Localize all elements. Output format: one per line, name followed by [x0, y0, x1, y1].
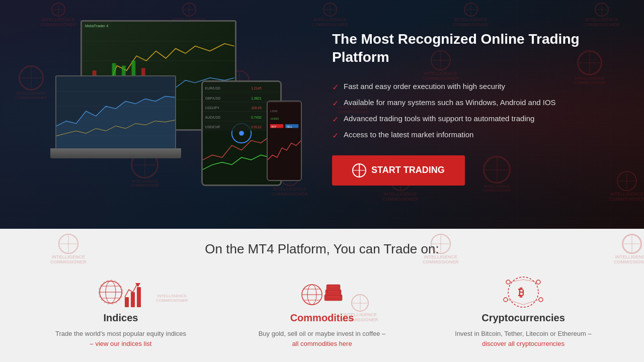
svg-text:1.2145: 1.2145 [270, 110, 278, 113]
svg-text:EUR/USD: EUR/USD [205, 86, 220, 90]
laptop-mockup [50, 75, 181, 161]
laptop-base [50, 148, 181, 158]
svg-point-66 [506, 280, 510, 284]
svg-text:0.7432: 0.7432 [251, 116, 262, 119]
commodities-icon [297, 272, 347, 312]
feature-text-2: Available for many systems such as Windo… [344, 98, 556, 107]
phone-mockup: 1.2145 +0.0023 BUY SELL [267, 101, 302, 181]
feature-item-2: ✓ Available for many systems such as Win… [332, 98, 614, 108]
check-icon-1: ✓ [332, 82, 339, 92]
svg-text:USD/JPY: USD/JPY [205, 106, 220, 110]
watermark-6: INTELLIGENCECOMMISSIONER [15, 65, 47, 101]
bottom-watermark-5: INTELLIGENCECOMMISSIONER [342, 294, 378, 323]
svg-rect-49 [131, 292, 135, 307]
indices-desc: Trade the world's most popular equity in… [50, 329, 191, 348]
svg-text:1.2145: 1.2145 [251, 86, 262, 90]
bottom-section: INTELLIGENCECOMMISSIONER INTELLIGENCECOM… [0, 229, 644, 362]
trading-cards-container: Indices Trade the world's most popular e… [0, 272, 644, 348]
hero-title: The Most Recognized Online Trading Platf… [332, 30, 614, 67]
start-trading-label: START TRADING [371, 165, 445, 175]
crypto-icon: ₿ [498, 272, 548, 312]
indices-link[interactable]: – view our indices list [90, 340, 152, 347]
svg-text:SELL: SELL [287, 126, 293, 128]
button-globe-icon [352, 163, 366, 177]
phone-screen: 1.2145 +0.0023 BUY SELL [268, 102, 301, 180]
bottom-watermark-4: INTELLIGENCECOMMISSIONER [156, 294, 188, 303]
svg-text:USD/CHF: USD/CHF [205, 125, 220, 129]
watermark-3: INTELLIGENCECOMMISSIONER [312, 3, 348, 28]
check-icon-3: ✓ [332, 115, 339, 124]
feature-text-1: Fast and easy order execution with high … [344, 82, 505, 90]
svg-text:GBP/USD: GBP/USD [205, 97, 220, 100]
svg-text:109.45: 109.45 [251, 106, 262, 110]
laptop-screen [55, 75, 176, 148]
svg-rect-50 [137, 287, 141, 307]
bottom-section-title: On the MT4 Platform, You can Trade on: [0, 229, 644, 257]
crypto-card: ₿ Cryptocurrencies Invest in Bitcoin, Te… [453, 272, 594, 348]
indices-card: Indices Trade the world's most popular e… [50, 272, 191, 348]
indices-icon [96, 272, 146, 312]
feature-item-3: ✓ Advanced trading tools with support to… [332, 114, 614, 124]
svg-text:0.9112: 0.9112 [251, 125, 262, 129]
commodities-link[interactable]: all commodities here [292, 340, 352, 347]
bottom-watermark-2: INTELLIGENCECOMMISSIONER [423, 234, 459, 265]
devices-mockup: MetaTrader 4 [50, 20, 312, 211]
indices-title: Indices [50, 312, 191, 324]
svg-text:AUD/USD: AUD/USD [205, 116, 220, 119]
svg-line-70 [510, 280, 523, 282]
crypto-title: Cryptocurrencies [453, 312, 594, 324]
commodities-desc: Buy gold, sell oil or maybe invest in co… [252, 329, 392, 348]
watermark-4: INTELLIGENCECOMMISSIONER [453, 3, 489, 28]
bottom-watermark-3: INTELLIGENCECOMMISSIONER [614, 234, 644, 265]
feature-item-4: ✓ Access to the latest market informatio… [332, 130, 614, 140]
svg-point-67 [536, 280, 540, 284]
svg-point-20 [239, 131, 244, 136]
bottom-watermark-1: INTELLIGENCECOMMISSIONER [50, 234, 87, 265]
svg-line-72 [508, 300, 523, 305]
check-icon-4: ✓ [332, 131, 339, 140]
watermark-14: INTELLIGENCECOMMISSIONER [609, 171, 644, 202]
features-list: ✓ Fast and easy order execution with hig… [332, 82, 614, 140]
svg-point-69 [539, 298, 543, 302]
hero-content: The Most Recognized Online Trading Platf… [332, 30, 614, 186]
feature-item-1: ✓ Fast and easy order execution with hig… [332, 82, 614, 92]
svg-text:₿: ₿ [518, 286, 524, 299]
feature-text-4: Access to the latest market information [344, 130, 473, 139]
crypto-link[interactable]: discover all cryptocurrencies [482, 340, 565, 347]
svg-rect-36 [268, 103, 301, 179]
hero-section: INTELLIGENCECOMMISSIONER INTELLIGENCECOM… [0, 0, 644, 229]
svg-line-73 [523, 300, 539, 305]
svg-text:1.3821: 1.3821 [251, 97, 262, 100]
watermark-5: INTELLIGENCECOMMISSIONER [584, 3, 620, 28]
svg-rect-60 [327, 285, 340, 291]
crypto-desc: Invest in Bitcoin, Tether, Litecoin or E… [453, 329, 594, 348]
svg-text:BUY: BUY [272, 126, 277, 128]
feature-text-3: Advanced trading tools with support to a… [344, 114, 534, 123]
svg-text:+0.0023: +0.0023 [270, 118, 279, 120]
svg-rect-48 [125, 297, 129, 307]
start-trading-button[interactable]: START TRADING [332, 155, 465, 186]
svg-point-68 [504, 298, 508, 302]
svg-line-71 [523, 280, 536, 282]
check-icon-2: ✓ [332, 99, 339, 108]
svg-text:MetaTrader 4: MetaTrader 4 [85, 24, 109, 28]
